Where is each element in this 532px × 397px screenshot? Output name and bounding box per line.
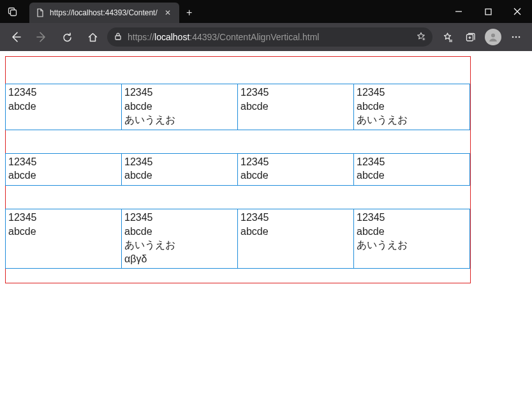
collections-icon	[465, 32, 476, 43]
cell-line: abcde	[357, 225, 467, 239]
arrow-left-icon	[10, 31, 22, 43]
cell: 12345abcde	[6, 84, 122, 130]
row-group: 12345abcde12345abcdeあいうえお12345abcde12345…	[6, 84, 470, 130]
cell-line: 12345	[8, 155, 119, 169]
cell-row: 12345abcde12345abcde12345abcde12345abcde	[5, 153, 470, 186]
tab-actions-button[interactable]	[0, 0, 26, 23]
cell: 12345abcdeあいうえお	[354, 84, 470, 130]
svg-point-17	[515, 36, 517, 38]
cell-line: abcde	[357, 169, 467, 183]
cell-line: abcde	[240, 225, 351, 239]
row-group: 12345abcde12345abcde12345abcde12345abcde	[6, 153, 470, 186]
back-button[interactable]	[5, 27, 27, 47]
url-path: /ContentAlignVertical.html	[217, 32, 319, 42]
cell-line: abcde	[124, 169, 235, 183]
cell-line: 12345	[8, 86, 119, 100]
home-icon	[87, 32, 98, 43]
cell: 12345abcde	[238, 84, 354, 130]
maximize-icon	[485, 8, 492, 15]
favorite-star-button[interactable]	[416, 31, 426, 43]
favorites-button[interactable]	[436, 27, 458, 47]
svg-rect-1	[11, 10, 17, 16]
row-group: 12345abcde12345abcdeあいうえおαβγδ12345abcde1…	[6, 209, 470, 269]
cell-line: あいうえお	[124, 113, 235, 127]
cell: 12345abcdeあいうえお	[122, 84, 238, 130]
cell-line: abcde	[240, 100, 351, 114]
tabs-overview-icon	[8, 6, 18, 17]
cell: 12345abcdeあいうえお	[354, 209, 470, 268]
cell-line: あいうえお	[124, 238, 235, 252]
plus-icon: +	[186, 7, 192, 19]
tab-current[interactable]: https://localhost:44393/Content/ ✕	[29, 3, 179, 23]
tab-close-button[interactable]: ✕	[163, 8, 173, 17]
minimize-icon	[455, 8, 462, 15]
cell-line: abcde	[357, 100, 467, 114]
cell-line: 12345	[357, 86, 467, 100]
cell-row: 12345abcde12345abcdeあいうえお12345abcde12345…	[5, 84, 470, 130]
cell-line: abcde	[124, 225, 235, 239]
cell: 12345abcde	[6, 153, 122, 185]
toolbar-right	[436, 27, 527, 47]
cell-line: abcde	[8, 225, 119, 239]
cell-line: あいうえお	[357, 113, 467, 127]
cell-line: abcde	[124, 100, 235, 114]
cell-row: 12345abcde12345abcdeあいうえおαβγδ12345abcde1…	[5, 209, 470, 269]
svg-rect-6	[115, 36, 121, 40]
browser-window: https://localhost:44393/Content/ ✕ +	[0, 0, 532, 397]
star-add-icon	[416, 31, 426, 41]
page-icon	[36, 8, 45, 17]
cell-line: abcde	[240, 169, 351, 183]
cell: 12345abcde	[6, 209, 122, 268]
window-controls	[444, 0, 532, 23]
home-button[interactable]	[82, 27, 103, 47]
svg-point-18	[519, 36, 521, 38]
cell: 12345abcdeあいうえおαβγδ	[122, 209, 238, 268]
cell-line: 12345	[124, 155, 235, 169]
window-maximize-button[interactable]	[473, 0, 503, 23]
cell-line: αβγδ	[124, 252, 235, 266]
url-port: :44393	[189, 32, 217, 42]
cell-line: 12345	[357, 155, 467, 169]
avatar-icon	[485, 29, 501, 45]
cell: 12345abcde	[238, 153, 354, 185]
new-tab-button[interactable]: +	[179, 3, 200, 23]
cell: 12345abcde	[354, 153, 470, 185]
cell-line: あいうえお	[357, 238, 467, 252]
cell-line: 12345	[357, 211, 467, 225]
window-close-button[interactable]	[503, 0, 532, 23]
cell-line: 12345	[240, 155, 351, 169]
tab-title: https://localhost:44393/Content/	[50, 8, 158, 17]
star-lines-icon	[442, 32, 453, 43]
url-host: localhost	[154, 32, 189, 42]
collections-button[interactable]	[459, 27, 481, 47]
refresh-icon	[62, 32, 73, 43]
url-text: https://localhost:44393/ContentAlignVert…	[128, 32, 411, 42]
page-viewport[interactable]: 12345abcde12345abcdeあいうえお12345abcde12345…	[0, 51, 532, 397]
forward-button[interactable]	[31, 27, 52, 47]
address-bar[interactable]: https://localhost:44393/ContentAlignVert…	[107, 27, 432, 47]
lock-icon	[114, 32, 122, 43]
cell-line: 12345	[240, 211, 351, 225]
profile-button[interactable]	[482, 27, 504, 47]
cell-line: abcde	[8, 100, 119, 114]
outer-container: 12345abcde12345abcdeあいうえお12345abcde12345…	[5, 56, 471, 283]
more-button[interactable]	[505, 27, 527, 47]
cell: 12345abcde	[122, 153, 238, 185]
svg-point-16	[512, 36, 514, 38]
close-icon	[514, 8, 521, 15]
refresh-button[interactable]	[56, 27, 78, 47]
cell-line: 12345	[124, 86, 235, 100]
tab-strip: https://localhost:44393/Content/ ✕ +	[26, 0, 444, 23]
window-minimize-button[interactable]	[444, 0, 473, 23]
toolbar: https://localhost:44393/ContentAlignVert…	[0, 23, 532, 51]
cell: 12345abcde	[238, 209, 354, 268]
cell-line: 12345	[240, 86, 351, 100]
arrow-right-icon	[36, 31, 47, 43]
titlebar: https://localhost:44393/Content/ ✕ +	[0, 0, 532, 23]
ellipsis-icon	[510, 31, 522, 43]
svg-point-15	[491, 34, 495, 38]
url-protocol: https://	[128, 32, 154, 42]
svg-rect-3	[485, 9, 491, 15]
cell-line: abcde	[8, 169, 119, 183]
cell-line: 12345	[124, 211, 235, 225]
